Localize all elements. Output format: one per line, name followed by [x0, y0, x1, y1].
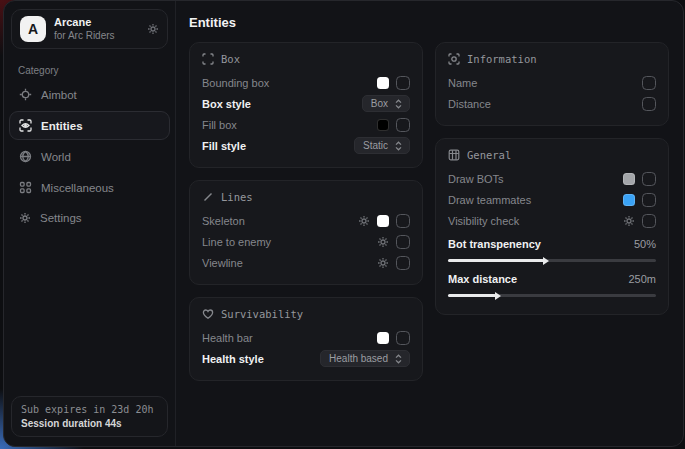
dropdown-box-style[interactable]: Box [362, 95, 410, 112]
color-swatch[interactable] [377, 332, 389, 344]
sidebar-item-miscellaneous[interactable]: Miscellaneous [9, 173, 170, 202]
color-swatch[interactable] [377, 119, 389, 131]
color-swatch[interactable] [623, 194, 635, 206]
gear-icon[interactable] [358, 215, 370, 227]
checkbox-bounding-box[interactable] [396, 76, 410, 90]
row-controls [377, 76, 410, 90]
row-controls [377, 256, 410, 270]
card-title: Information [467, 53, 537, 65]
slider-fill [448, 259, 544, 262]
row-controls [642, 97, 656, 111]
row-controls [642, 76, 656, 90]
card-information: InformationNameDistance [435, 42, 669, 126]
gear-icon[interactable] [147, 23, 159, 35]
row-controls [377, 118, 410, 132]
checkbox-name[interactable] [642, 76, 656, 90]
sidebar-item-entities[interactable]: Entities [9, 111, 170, 140]
scan-circle-icon [448, 53, 460, 65]
row-health-bar: Health bar [202, 327, 410, 348]
card-header: Information [448, 53, 656, 65]
card-header: Lines [202, 191, 410, 203]
dropdown-health-style[interactable]: Health based [320, 350, 410, 367]
dropdown-value: Static [363, 140, 388, 151]
slider-value: 250m [628, 273, 656, 285]
sidebar-nav: AimbotEntitiesWorldMiscellaneousSettings [4, 80, 175, 232]
dropdown-value: Box [371, 98, 388, 109]
gear-icon[interactable] [377, 236, 389, 248]
slider-header-row: Bot transpenency50% [448, 233, 656, 254]
gear-icon[interactable] [623, 215, 635, 227]
arcane-window: A Arcane for Arc Riders Category AimbotE… [3, 0, 684, 447]
sidebar-item-label: Settings [40, 212, 82, 224]
row-controls [623, 193, 656, 207]
color-swatch[interactable] [623, 173, 635, 185]
setting-label: Viewline [202, 257, 243, 269]
card-header: Box [202, 53, 410, 65]
slider-value: 50% [634, 238, 656, 250]
setting-label: Name [448, 77, 477, 89]
page-title: Entities [189, 15, 669, 30]
row-fill-style: Fill styleStatic [202, 135, 410, 156]
sidebar-item-label: Miscellaneous [41, 182, 114, 194]
checkbox-visibility-check[interactable] [642, 214, 656, 228]
sidebar-item-aimbot[interactable]: Aimbot [9, 80, 170, 109]
setting-label: Box style [202, 98, 251, 110]
row-controls: Health based [320, 350, 410, 367]
setting-label: Draw BOTs [448, 173, 504, 185]
brand-card: A Arcane for Arc Riders [11, 9, 168, 49]
slider-header-row: Max distance250m [448, 268, 656, 289]
unfold-icon [394, 141, 403, 151]
row-line-to-enemy: Line to enemy [202, 231, 410, 252]
color-swatch[interactable] [377, 215, 389, 227]
setting-label: Fill box [202, 119, 237, 131]
color-swatch[interactable] [377, 77, 389, 89]
checkbox-fill-box[interactable] [396, 118, 410, 132]
brand-logo: A [20, 16, 46, 42]
row-controls [377, 331, 410, 345]
row-fill-box: Fill box [202, 114, 410, 135]
slider-max-distance: Max distance250m [448, 268, 656, 297]
main-panel: Entities BoxBounding boxBox styleBoxFill… [176, 1, 683, 446]
sidebar-item-settings[interactable]: Settings [9, 204, 170, 232]
slider-bot-transpenency: Bot transpenency50% [448, 233, 656, 262]
slider-thumb[interactable] [495, 292, 501, 300]
card-lines: LinesSkeletonLine to enemyViewline [189, 180, 423, 285]
card-title: Survivability [221, 308, 303, 320]
card-survivability: SurvivabilityHealth barHealth styleHealt… [189, 297, 423, 381]
gear-icon[interactable] [377, 257, 389, 269]
row-skeleton: Skeleton [202, 210, 410, 231]
slider-track[interactable] [448, 294, 656, 297]
checkbox-draw-bots[interactable] [642, 172, 656, 186]
row-controls: Static [354, 137, 410, 154]
dropdown-fill-style[interactable]: Static [354, 137, 410, 154]
setting-label: Fill style [202, 140, 246, 152]
setting-label: Health style [202, 353, 264, 365]
card-general: GeneralDraw BOTsDraw teammatesVisibility… [435, 138, 669, 315]
setting-label: Distance [448, 98, 491, 110]
card-title: Box [221, 53, 240, 65]
crosshair-icon [19, 88, 32, 101]
checkbox-distance[interactable] [642, 97, 656, 111]
unfold-icon [394, 99, 403, 109]
checkbox-draw-teammates[interactable] [642, 193, 656, 207]
bounding-box-icon [202, 53, 214, 65]
row-viewline: Viewline [202, 252, 410, 273]
checkbox-health-bar[interactable] [396, 331, 410, 345]
row-controls [358, 214, 410, 228]
row-box-style: Box styleBox [202, 93, 410, 114]
row-draw-teammates: Draw teammates [448, 189, 656, 210]
checkbox-viewline[interactable] [396, 256, 410, 270]
sidebar-item-world[interactable]: World [9, 142, 170, 171]
row-controls [623, 172, 656, 186]
category-label: Category [18, 65, 175, 76]
card-box: BoxBounding boxBox styleBoxFill boxFill … [189, 42, 423, 168]
setting-label: Bot transpenency [448, 238, 541, 250]
globe-icon [19, 150, 32, 163]
table-icon [448, 149, 460, 161]
gear-icon [19, 212, 31, 224]
slider-thumb[interactable] [543, 257, 549, 265]
checkbox-line-to-enemy[interactable] [396, 235, 410, 249]
row-name: Name [448, 72, 656, 93]
slider-track[interactable] [448, 259, 656, 262]
checkbox-skeleton[interactable] [396, 214, 410, 228]
